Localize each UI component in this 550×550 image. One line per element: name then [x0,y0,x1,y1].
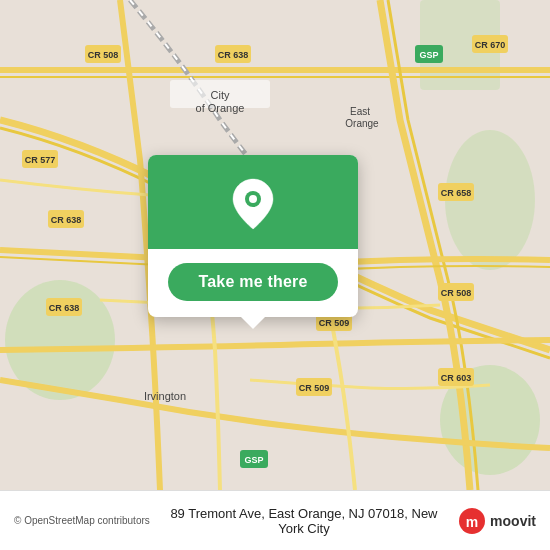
svg-text:CR 603: CR 603 [441,373,472,383]
svg-text:Irvington: Irvington [144,390,186,402]
svg-text:CR 577: CR 577 [25,155,56,165]
moovit-icon: m [458,507,486,535]
svg-text:CR 508: CR 508 [441,288,472,298]
address-text: 89 Tremont Ave, East Orange, NJ 07018, N… [150,506,458,536]
svg-text:CR 509: CR 509 [319,318,350,328]
svg-text:City: City [211,89,230,101]
bottom-bar: © OpenStreetMap contributors 89 Tremont … [0,490,550,550]
svg-text:Orange: Orange [345,118,379,129]
svg-point-40 [249,195,257,203]
location-pin-icon [231,177,275,231]
attribution: © OpenStreetMap contributors [14,515,150,526]
svg-text:GSP: GSP [419,50,438,60]
moovit-text-wrap: moovit [490,514,536,528]
take-me-there-button[interactable]: Take me there [168,263,337,301]
map-container: City of Orange East Orange Irvington CR … [0,0,550,490]
popup-card: Take me there [148,155,358,317]
svg-text:CR 638: CR 638 [49,303,80,313]
svg-text:CR 638: CR 638 [218,50,249,60]
moovit-logo: m moovit [458,507,536,535]
moovit-brand-name: moovit [490,514,536,528]
attribution-text: © OpenStreetMap contributors [14,515,150,526]
pin-area [148,155,358,249]
svg-text:m: m [466,514,478,530]
svg-text:CR 508: CR 508 [88,50,119,60]
svg-text:CR 509: CR 509 [299,383,330,393]
svg-text:CR 658: CR 658 [441,188,472,198]
svg-text:East: East [350,106,370,117]
svg-text:CR 670: CR 670 [475,40,506,50]
svg-text:CR 638: CR 638 [51,215,82,225]
svg-text:of Orange: of Orange [196,102,245,114]
svg-text:GSP: GSP [244,455,263,465]
